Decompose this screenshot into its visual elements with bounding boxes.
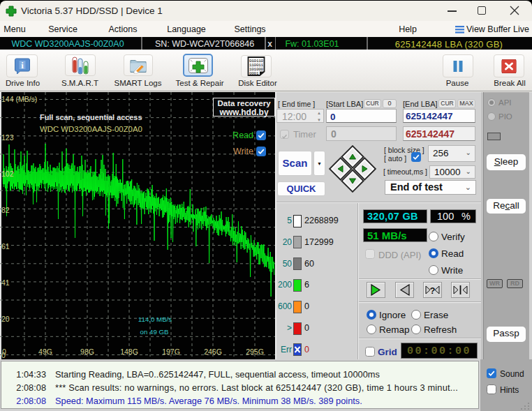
svg-text:?: ? <box>430 285 436 296</box>
svg-text:0001: 0001 <box>249 71 259 76</box>
svg-text:i: i <box>21 60 24 70</box>
